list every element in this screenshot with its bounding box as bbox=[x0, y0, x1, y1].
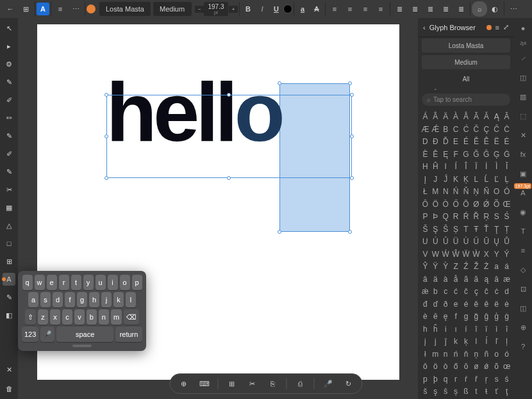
glyph-cell[interactable]: W bbox=[431, 248, 440, 260]
glyph-cell[interactable]: Ą bbox=[492, 111, 501, 122]
glyph-cell[interactable]: é bbox=[461, 298, 471, 310]
glyph-cell[interactable]: Ǿ bbox=[481, 199, 491, 210]
color-swatch-icon[interactable] bbox=[87, 4, 96, 13]
glyph-cell[interactable]: o bbox=[492, 348, 501, 360]
key-v[interactable]: v bbox=[74, 309, 85, 325]
glyph-cell[interactable]: Ų bbox=[492, 236, 501, 247]
glyph-cell[interactable]: Ï bbox=[471, 161, 481, 172]
key-u[interactable]: u bbox=[96, 275, 106, 290]
glyph-cell[interactable]: ĺ bbox=[481, 336, 491, 347]
glyph-cell[interactable]: ĉ bbox=[481, 286, 491, 297]
glyph-cell[interactable]: X bbox=[481, 248, 491, 260]
glyph-cell[interactable]: Ŧ bbox=[471, 224, 481, 235]
glyph-cell[interactable]: Á bbox=[420, 111, 430, 122]
glyph-cell[interactable]: ō bbox=[461, 361, 471, 372]
glyph-cell[interactable]: Æ bbox=[420, 124, 430, 135]
tool-14[interactable]: A bbox=[3, 273, 15, 286]
glyph-cell[interactable]: Š bbox=[420, 224, 430, 235]
glyph-cell[interactable]: Ǽ bbox=[431, 124, 440, 135]
glyph-cell[interactable]: R bbox=[451, 211, 461, 222]
key-q[interactable]: q bbox=[22, 275, 33, 290]
studio-15[interactable]: ⊕ bbox=[517, 321, 529, 334]
glyph-cell[interactable]: Ẃ bbox=[441, 248, 451, 260]
glyph-cell[interactable]: ť bbox=[492, 386, 501, 397]
glyph-cell[interactable]: Ě bbox=[471, 136, 481, 147]
context-btn-0[interactable]: ⊕ bbox=[177, 377, 191, 391]
context-btn-5[interactable]: ⎙ bbox=[294, 377, 308, 391]
glyph-cell[interactable]: e bbox=[451, 298, 461, 310]
glyph-cell[interactable]: Ģ bbox=[492, 149, 501, 160]
glyph-cell[interactable]: Ġ bbox=[502, 149, 511, 160]
studio-11[interactable]: ≡ bbox=[517, 244, 529, 257]
key-z[interactable]: z bbox=[38, 309, 48, 325]
glyph-cell[interactable]: j bbox=[431, 336, 440, 347]
glyph-cell[interactable]: à bbox=[441, 273, 451, 285]
glyph-cell[interactable]: T bbox=[461, 224, 471, 235]
glyph-cell[interactable]: ģ bbox=[492, 311, 501, 322]
glyph-cell[interactable]: Ŵ bbox=[451, 248, 461, 260]
list-button-3[interactable]: ≣ bbox=[422, 1, 438, 17]
glyph-cell[interactable]: Ī bbox=[502, 161, 511, 172]
tool-8[interactable]: ✎ bbox=[3, 165, 15, 178]
glyph-cell[interactable]: ŷ bbox=[471, 88, 481, 90]
glyph-cell[interactable]: ĝ bbox=[481, 311, 491, 322]
glyph-cell[interactable]: Ő bbox=[451, 199, 461, 210]
glyph-cell[interactable]: I bbox=[441, 161, 451, 172]
glyph-cell[interactable]: Â bbox=[431, 111, 440, 122]
glyph-cell[interactable]: ļ bbox=[441, 88, 451, 90]
glyph-cell[interactable]: ī bbox=[502, 323, 511, 335]
glyph-cell[interactable]: č bbox=[461, 286, 471, 297]
glyph-cell[interactable]: Ö bbox=[431, 199, 440, 210]
glyph-cell[interactable]: Č bbox=[471, 124, 481, 135]
tool-16[interactable]: ◧ bbox=[3, 309, 15, 322]
glyph-cell[interactable]: a bbox=[492, 261, 501, 272]
context-btn-7[interactable]: ↻ bbox=[342, 377, 356, 391]
glyph-cell[interactable]: Q bbox=[441, 211, 451, 222]
glyph-cell[interactable]: œ bbox=[502, 361, 511, 372]
glyph-cell[interactable]: Ĥ bbox=[431, 161, 440, 172]
tool-6[interactable]: ✎ bbox=[3, 129, 15, 142]
glyph-cell[interactable]: H bbox=[420, 161, 430, 172]
panel-expand-icon[interactable]: ⤢ bbox=[503, 23, 509, 31]
glyph-cell[interactable]: ï bbox=[481, 323, 491, 335]
glyph-cell[interactable]: Ŝ bbox=[441, 224, 451, 235]
tool-10[interactable]: ▦ bbox=[3, 201, 15, 214]
glyph-all-tab[interactable]: All bbox=[422, 72, 510, 86]
glyph-cell[interactable]: q bbox=[441, 373, 451, 385]
glyph-cell[interactable]: Ů bbox=[502, 236, 511, 247]
glyph-cell[interactable]: ñ bbox=[481, 348, 491, 360]
glyph-cell[interactable]: ș bbox=[451, 386, 461, 397]
glyph-cell[interactable]: Ĺ bbox=[481, 174, 491, 185]
glyph-cell[interactable]: Ĵ bbox=[441, 174, 451, 185]
glyph-cell[interactable]: Ā bbox=[502, 111, 511, 122]
glyph-cell[interactable]: ğ bbox=[471, 311, 481, 322]
glyph-cell[interactable]: l bbox=[471, 336, 481, 347]
trash-button[interactable]: 🗑 bbox=[3, 382, 15, 395]
glyph-cell[interactable]: t bbox=[471, 386, 481, 397]
align-right-button[interactable]: ≡ bbox=[358, 1, 373, 17]
glyph-cell[interactable]: Ľ bbox=[492, 174, 501, 185]
glyph-cell[interactable]: Ċ bbox=[502, 124, 511, 135]
glyph-cell[interactable]: ą bbox=[481, 273, 491, 285]
glyph-cell[interactable]: Ŕ bbox=[461, 211, 471, 222]
glyph-cell[interactable]: Å bbox=[461, 111, 471, 122]
glyph-cell[interactable]: Ë bbox=[492, 136, 501, 147]
glyph-cell[interactable]: Ș bbox=[451, 224, 461, 235]
glyph-weight-tab[interactable]: Medium bbox=[422, 55, 510, 69]
glyph-cell[interactable]: G bbox=[461, 149, 471, 160]
glyph-cell[interactable]: Ş bbox=[431, 224, 440, 235]
glyph-cell[interactable]: Ú bbox=[431, 236, 440, 247]
glyph-cell[interactable]: ı bbox=[451, 323, 461, 335]
glyph-cell[interactable]: ċ bbox=[492, 286, 501, 297]
tool-15[interactable]: ✎ bbox=[3, 291, 15, 304]
studio-7[interactable]: ▣ bbox=[517, 167, 529, 180]
glyph-cell[interactable]: ǧ bbox=[420, 88, 430, 90]
strike-button[interactable]: A bbox=[310, 2, 324, 16]
tool-2[interactable]: ⚙ bbox=[3, 58, 15, 70]
glyph-cell[interactable]: è bbox=[420, 311, 430, 322]
studio-14[interactable]: ◫ bbox=[517, 302, 529, 314]
italic-button[interactable]: I bbox=[255, 2, 269, 16]
studio-4[interactable]: ⬚ bbox=[517, 110, 529, 122]
glyph-cell[interactable]: ņ bbox=[471, 348, 481, 360]
glyph-cell[interactable]: i bbox=[441, 323, 451, 335]
